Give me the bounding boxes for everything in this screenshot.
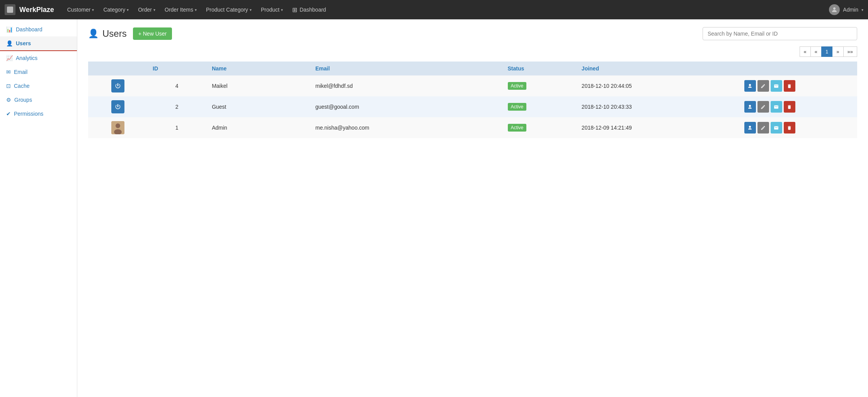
svg-point-2 xyxy=(116,123,120,128)
email-user-button[interactable] xyxy=(771,101,782,113)
sidebar-item-email[interactable]: ✉ Email xyxy=(0,65,77,79)
nav-category[interactable]: Category ▾ xyxy=(99,4,133,15)
top-nav: WerkPlaze Customer ▾ Category ▾ Order ▾ … xyxy=(0,0,868,19)
main-content: 👤 Users + New User « « 1 » »» ID Name xyxy=(77,19,868,397)
logo[interactable] xyxy=(5,4,15,15)
user-id: 1 xyxy=(147,117,206,138)
chevron-down-icon: ▾ xyxy=(127,8,129,12)
user-status: Active xyxy=(502,75,576,96)
action-buttons xyxy=(744,101,852,113)
page-title-wrap: 👤 Users xyxy=(88,28,127,39)
nav-customer[interactable]: Customer ▾ xyxy=(63,4,98,15)
user-avatar-cell xyxy=(88,96,147,117)
user-email: me.nisha@yahoo.com xyxy=(310,117,502,138)
permissions-icon: ✔ xyxy=(6,111,11,117)
status-badge: Active xyxy=(508,82,527,90)
chevron-down-icon: ▾ xyxy=(250,8,252,12)
delete-user-button[interactable] xyxy=(784,122,795,133)
sidebar-item-groups[interactable]: ⚙ Groups xyxy=(0,93,77,107)
edit-user-button[interactable] xyxy=(757,80,769,92)
edit-user-button[interactable] xyxy=(757,101,769,113)
nav-product[interactable]: Product ▾ xyxy=(257,4,287,15)
view-user-button[interactable] xyxy=(744,80,756,92)
col-header-actions xyxy=(739,62,857,75)
pagination-first[interactable]: « xyxy=(800,46,811,57)
status-badge: Active xyxy=(508,103,527,111)
svg-point-0 xyxy=(833,7,836,10)
pagination-next[interactable]: » xyxy=(832,46,843,57)
chevron-down-icon: ▾ xyxy=(153,8,155,12)
col-header-name: Name xyxy=(206,62,310,75)
nav-order-items[interactable]: Order Items ▾ xyxy=(161,4,201,15)
sidebar-item-dashboard[interactable]: 📊 Dashboard xyxy=(0,22,77,36)
table-row: 1Adminme.nisha@yahoo.comActive2018-12-09… xyxy=(88,117,857,138)
user-actions xyxy=(739,117,857,138)
nav-dashboard[interactable]: ⊞ Dashboard xyxy=(288,4,330,16)
nav-order[interactable]: Order ▾ xyxy=(134,4,159,15)
user-email: guest@gooal.com xyxy=(310,96,502,117)
pagination: « « 1 » »» xyxy=(88,46,857,57)
user-email: mikel@fdhdf.sd xyxy=(310,75,502,96)
pagination-prev[interactable]: « xyxy=(810,46,822,57)
email-user-button[interactable] xyxy=(771,122,782,133)
delete-user-button[interactable] xyxy=(784,80,795,92)
user-id: 2 xyxy=(147,96,206,117)
page-header: 👤 Users + New User xyxy=(88,27,857,40)
action-buttons xyxy=(744,80,852,92)
edit-user-button[interactable] xyxy=(757,122,769,133)
sidebar-item-permissions[interactable]: ✔ Permissions xyxy=(0,107,77,121)
status-badge: Active xyxy=(508,124,527,132)
nav-items: Customer ▾ Category ▾ Order ▾ Order Item… xyxy=(63,4,829,16)
chevron-down-icon: ▾ xyxy=(861,8,863,12)
table-header-row: ID Name Email Status Joined xyxy=(88,62,857,75)
sidebar-item-analytics[interactable]: 📈 Analytics xyxy=(0,51,77,65)
user-actions xyxy=(739,75,857,96)
sidebar-item-cache[interactable]: ⊡ Cache xyxy=(0,79,77,93)
user-joined: 2018-12-10 20:43:33 xyxy=(576,96,739,117)
dashboard-icon: ⊞ xyxy=(292,6,297,14)
analytics-icon: 📈 xyxy=(6,55,13,61)
user-avatar-img xyxy=(111,121,124,134)
user-icon: 👤 xyxy=(88,29,99,39)
user-power-icon xyxy=(111,79,124,92)
user-joined: 2018-12-09 14:21:49 xyxy=(576,117,739,138)
user-name: Guest xyxy=(206,96,310,117)
brand-name: WerkPlaze xyxy=(19,6,54,14)
search-input[interactable] xyxy=(703,27,857,40)
col-header-email: Email xyxy=(310,62,502,75)
user-avatar-cell xyxy=(88,117,147,138)
col-header-joined: Joined xyxy=(576,62,739,75)
col-header-id: ID xyxy=(147,62,206,75)
user-actions xyxy=(739,96,857,117)
pagination-current[interactable]: 1 xyxy=(821,46,832,57)
table-row: 4Maikelmikel@fdhdf.sdActive2018-12-10 20… xyxy=(88,75,857,96)
nav-product-category[interactable]: Product Category ▾ xyxy=(202,4,255,15)
sidebar-item-users[interactable]: 👤 Users xyxy=(0,36,77,51)
sidebar: 📊 Dashboard 👤 Users 📈 Analytics ✉ Email … xyxy=(0,19,77,397)
email-user-button[interactable] xyxy=(771,80,782,92)
table-row: 2Guestguest@gooal.comActive2018-12-10 20… xyxy=(88,96,857,117)
view-user-button[interactable] xyxy=(744,101,756,113)
admin-menu[interactable]: Admin ▾ xyxy=(829,4,863,15)
delete-user-button[interactable] xyxy=(784,101,795,113)
view-user-button[interactable] xyxy=(744,122,756,133)
new-user-button[interactable]: + New User xyxy=(133,27,172,40)
pagination-last[interactable]: »» xyxy=(843,46,857,57)
col-header-avatar xyxy=(88,62,147,75)
user-power-icon xyxy=(111,100,124,113)
email-icon: ✉ xyxy=(6,69,11,75)
user-name: Maikel xyxy=(206,75,310,96)
user-status: Active xyxy=(502,96,576,117)
search-wrap xyxy=(703,27,857,40)
groups-icon: ⚙ xyxy=(6,97,11,103)
users-table: ID Name Email Status Joined 4Maikelmikel… xyxy=(88,62,857,138)
users-icon: 👤 xyxy=(6,40,13,46)
avatar xyxy=(829,4,840,15)
action-buttons xyxy=(744,122,852,133)
chevron-down-icon: ▾ xyxy=(281,8,283,12)
col-header-status: Status xyxy=(502,62,576,75)
chevron-down-icon: ▾ xyxy=(92,8,94,12)
user-avatar-cell xyxy=(88,75,147,96)
layout: 📊 Dashboard 👤 Users 📈 Analytics ✉ Email … xyxy=(0,19,868,397)
user-name: Admin xyxy=(206,117,310,138)
